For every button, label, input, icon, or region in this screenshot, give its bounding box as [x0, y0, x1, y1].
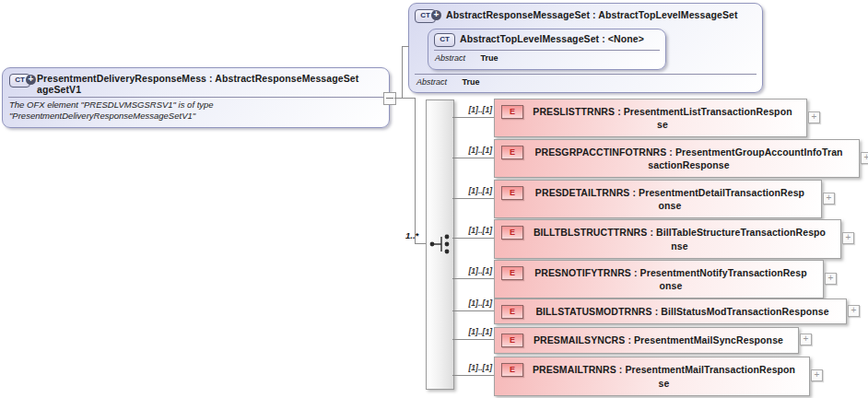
element-icon: E [501, 105, 523, 119]
multiplicity-label: 1..* [405, 230, 418, 240]
element-box-billstatusmodtrnrs[interactable]: E BILLSTATUSMODTRNRS : BillStatusModTran… [494, 298, 847, 324]
complex-type-icon: CT [434, 33, 455, 47]
connector [452, 198, 494, 199]
element-title-line2: nse [495, 240, 840, 253]
element-title-line1: BILLSTATUSMODTRNRS : BillStatusModTransa… [495, 305, 846, 319]
expand-handle-icon[interactable]: + [808, 111, 820, 123]
element-title-line2: sactionResponse [495, 158, 859, 172]
element-icon: E [501, 266, 523, 280]
divider [8, 97, 383, 98]
abstract-label: Abstract [416, 77, 447, 87]
connector [452, 310, 494, 311]
element-box-presmailsyncrs[interactable]: E PRESMAILSYNCRS : PresentmentMailSyncRe… [494, 327, 799, 354]
element-box-presdetailtrnrs[interactable]: E PRESDETAILTRNRS : PresentmentDetailTra… [494, 180, 822, 218]
cardinality-label: [1]..[1] [455, 105, 492, 114]
nested-base-type-title: AbstractTopLevelMessageSet : <None> [460, 33, 644, 44]
element-title-line2: se [495, 377, 809, 391]
annotation-line2: "PresentmentDeliveryResponseMessageSetV1… [9, 111, 195, 121]
base-type-title: AbstractResponseMessageSet : AbstractTop… [446, 9, 738, 20]
annotation-line1: The OFX element "PRESDLVMSGSRSV1" is of … [9, 100, 214, 110]
complex-type-icon: CT + [415, 9, 436, 23]
connector [452, 238, 494, 239]
element-title-line1: PRESMAILTRNRS : PresentmentMailTransacti… [495, 363, 809, 377]
schema-diagram: CT + PresentmentDeliveryResponseMess : A… [0, 0, 868, 398]
expand-handle-icon[interactable]: + [825, 273, 837, 285]
element-title-line1: PRESDETAILTRNRS : PresentmentDetailTrans… [495, 186, 821, 200]
connector [452, 158, 494, 158]
nested-base-type-box[interactable]: CT AbstractTopLevelMessageSet : <None> A… [428, 29, 666, 70]
root-type-title-line2: ageSetV1 [37, 84, 358, 95]
cardinality-label: [1]..[1] [455, 298, 492, 308]
element-title-line1: PRESNOTIFYTRNRS : PresentmentNotifyTrans… [495, 266, 823, 280]
expand-handle-icon[interactable]: + [842, 232, 854, 244]
connector [452, 117, 494, 118]
complex-type-icon-label: CT [15, 76, 25, 84]
complex-type-icon-label: CT [440, 35, 450, 43]
complex-type-icon-label: CT [420, 11, 430, 19]
complex-type-icon: CT + [9, 74, 30, 88]
abstract-row: Abstract True [435, 53, 499, 63]
connector [402, 46, 409, 47]
divider [415, 74, 757, 75]
element-title-line1: PRESGRPACCTINFOTRNRS : PresentmentGroupA… [495, 146, 859, 159]
element-box-billtblstructtrnrs[interactable]: E BILLTBLSTRUCTTRNRS : BillTableStructur… [494, 219, 841, 259]
element-box-preslisttrnrs[interactable]: E PRESLISTTRNRS : PresentmentListTransac… [494, 99, 807, 137]
plus-badge-icon: + [26, 75, 36, 85]
cardinality-label: [1]..[1] [455, 226, 492, 235]
cardinality-label: [1]..[1] [455, 327, 492, 336]
element-title-line1: PRESLISTTRNRS : PresentmentListTransacti… [495, 105, 806, 119]
connector [402, 46, 403, 99]
element-box-presnotifytrnrs[interactable]: E PRESNOTIFYTRNRS : PresentmentNotifyTra… [494, 260, 824, 298]
cardinality-label: [1]..[1] [455, 363, 492, 372]
connector [452, 375, 494, 376]
root-type-annotation: The OFX element "PRESDLVMSGSRSV1" is of … [9, 100, 214, 121]
expand-handle-icon[interactable]: + [861, 152, 868, 164]
root-type-box[interactable]: CT + PresentmentDeliveryResponseMess : A… [2, 67, 390, 128]
base-type-box[interactable]: CT + AbstractResponseMessageSet : Abstra… [408, 3, 763, 93]
element-box-presmailtrnrs[interactable]: E PRESMAILTRNRS : PresentmentMailTransac… [494, 357, 810, 396]
sequence-compositor-icon [428, 231, 452, 257]
expand-handle-icon[interactable]: + [823, 193, 835, 205]
expand-handle-icon[interactable]: + [811, 369, 823, 381]
element-icon: E [501, 363, 523, 377]
element-icon: E [501, 334, 523, 347]
root-type-title: PresentmentDeliveryResponseMess : Abstra… [37, 73, 358, 95]
abstract-value: True [481, 53, 499, 63]
element-title-line1: BILLTBLSTRUCTTRNRS : BillTableStructureT… [495, 226, 840, 240]
element-title-line1: PRESMAILSYNCRS : PresentmentMailSyncResp… [495, 334, 798, 347]
element-icon: E [501, 226, 523, 240]
connector [452, 339, 494, 340]
root-type-title-line1: PresentmentDeliveryResponseMess : Abstra… [37, 73, 358, 84]
connector [415, 98, 416, 243]
abstract-row: Abstract True [416, 77, 480, 87]
element-icon: E [501, 146, 523, 159]
cardinality-label: [1]..[1] [455, 266, 492, 275]
cardinality-label: [1]..[1] [455, 186, 492, 195]
element-icon: E [501, 186, 523, 200]
element-title-line2: onse [495, 279, 823, 293]
connector [452, 278, 494, 279]
divider [434, 50, 660, 51]
expand-handle-icon[interactable]: + [800, 334, 812, 345]
element-box-presgrpacctinfotrnrs[interactable]: E PRESGRPACCTINFOTRNRS : PresentmentGrou… [494, 139, 860, 178]
collapse-handle-icon[interactable] [383, 92, 396, 105]
element-title-line2: onse [495, 199, 821, 213]
element-title-line2: se [495, 118, 806, 132]
abstract-value: True [463, 77, 480, 87]
element-icon: E [501, 305, 523, 319]
abstract-label: Abstract [435, 53, 465, 63]
expand-handle-icon[interactable]: + [848, 305, 860, 317]
plus-badge-icon: + [431, 10, 441, 20]
connector [394, 98, 415, 99]
cardinality-label: [1]..[1] [455, 146, 492, 155]
